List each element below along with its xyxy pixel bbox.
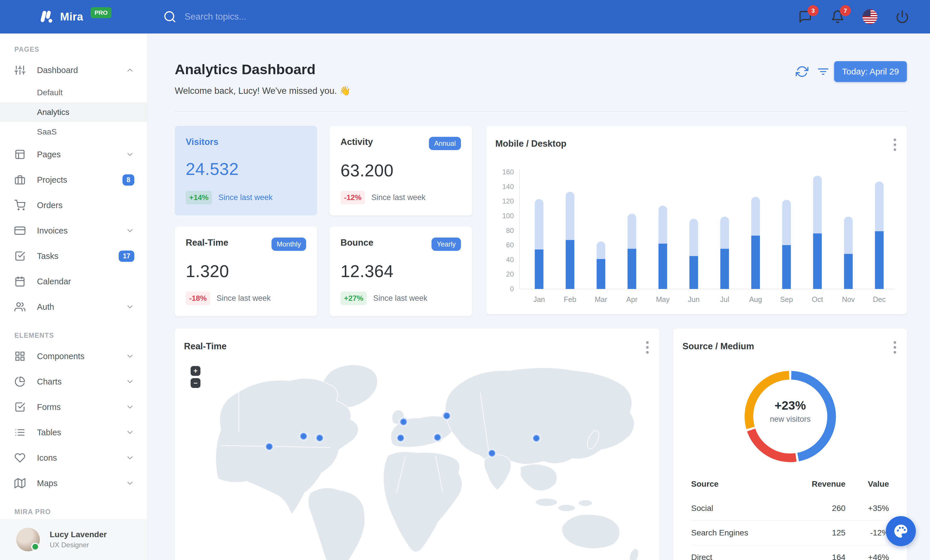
sidebar-item-maps[interactable]: Maps xyxy=(0,471,147,496)
user-role: UX Designer xyxy=(50,541,107,549)
chev-down-icon xyxy=(126,428,134,437)
chevron-down-icon xyxy=(126,428,134,437)
sidebar-item-auth[interactable]: Auth xyxy=(0,294,147,319)
sidebar-subitem-default[interactable]: Default xyxy=(0,83,147,103)
logout-button[interactable] xyxy=(895,9,910,24)
sidebar-item-label: Calendar xyxy=(37,277,134,286)
sidebar-item-invoices[interactable]: Invoices xyxy=(0,218,147,243)
stat-period-badge: Monthly xyxy=(271,238,306,251)
cell-revenue: 164 xyxy=(782,545,845,560)
svg-text:Feb: Feb xyxy=(564,295,576,304)
sidebar-item-icons[interactable]: Icons xyxy=(0,445,147,471)
sidebar-item-tables[interactable]: Tables xyxy=(0,420,147,445)
svg-text:160: 160 xyxy=(502,168,514,176)
svg-text:140: 140 xyxy=(502,183,514,190)
credit-card-icon xyxy=(14,225,25,236)
sidebar-item-orders[interactable]: Orders xyxy=(0,193,147,218)
map-zoom-in-button[interactable]: + xyxy=(191,366,200,376)
source-table: Source Revenue Value Social 260 +35%Sear… xyxy=(691,474,889,560)
language-flag-button[interactable] xyxy=(862,9,878,24)
stat-trend-chip: +14% xyxy=(186,191,212,204)
messages-button[interactable]: 3 xyxy=(798,9,813,24)
svg-text:Mar: Mar xyxy=(595,295,607,304)
sidebar-item-label: Forms xyxy=(37,402,126,412)
notifications-button[interactable]: 7 xyxy=(830,9,845,24)
cell-revenue: 125 xyxy=(782,521,845,545)
svg-text:0: 0 xyxy=(510,285,514,293)
sidebar-item-forms[interactable]: Forms xyxy=(0,394,147,420)
stat-card-real-time: Real-Time Monthly 1.320 -18% Since last … xyxy=(175,227,317,316)
list-icon xyxy=(14,427,25,438)
palette-icon xyxy=(893,523,908,539)
source-menu-button[interactable] xyxy=(894,341,896,356)
power-icon xyxy=(895,10,909,24)
pro-badge: PRO xyxy=(91,7,111,18)
theme-settings-fab[interactable] xyxy=(886,516,916,546)
map-zoom-out-button[interactable]: − xyxy=(191,378,200,388)
check-square-icon xyxy=(14,250,25,262)
svg-text:Jan: Jan xyxy=(533,295,545,304)
date-range-button[interactable]: Today: April 29 xyxy=(834,61,907,82)
sidebar-section-label: ELEMENTS xyxy=(0,319,147,344)
sidebar-subitem-saas[interactable]: SaaS xyxy=(0,122,147,142)
cell-value: -12% xyxy=(845,521,889,545)
list-icon xyxy=(14,427,25,438)
chevron-down-icon xyxy=(126,302,134,311)
cell-revenue: 260 xyxy=(782,496,845,521)
chev-up-icon xyxy=(126,66,134,74)
svg-text:Oct: Oct xyxy=(812,295,823,304)
stat-value: 12.364 xyxy=(340,262,461,281)
col-revenue: Revenue xyxy=(782,474,845,496)
map-menu-button[interactable] xyxy=(646,341,649,356)
sidebar-subitem-analytics[interactable]: Analytics xyxy=(0,103,147,122)
chart-title: Mobile / Desktop xyxy=(495,138,567,149)
source-medium-card: Source / Medium +23% new visitors Source… xyxy=(673,328,907,560)
heart-icon xyxy=(14,452,25,463)
chart-menu-button[interactable] xyxy=(894,138,896,153)
sidebar-item-calendar[interactable]: Calendar xyxy=(0,269,147,294)
sidebar-item-charts[interactable]: Charts xyxy=(0,369,147,394)
sidebar-item-label: Tables xyxy=(37,428,126,437)
sidebar-item-dashboard[interactable]: Dashboard xyxy=(0,57,147,83)
top-navbar: Mira PRO 3 7 xyxy=(0,0,930,34)
svg-text:60: 60 xyxy=(506,241,514,249)
sidebar-item-label: Dashboard xyxy=(37,66,126,75)
map-icon xyxy=(14,478,25,489)
svg-text:40: 40 xyxy=(506,256,514,264)
sidebar-item-tasks[interactable]: Tasks17 xyxy=(0,243,147,269)
check-square-icon xyxy=(14,250,25,262)
table-row: Direct 164 +46% xyxy=(691,545,889,560)
stat-card-visitors: Visitors 24.532 +14% Since last week xyxy=(175,126,317,215)
search-input[interactable] xyxy=(185,12,358,22)
stat-trend-chip: +27% xyxy=(340,292,367,305)
chevron-down-icon xyxy=(126,226,134,235)
sidebar-user-profile[interactable]: Lucy Lavender UX Designer xyxy=(0,519,147,560)
mira-logo-icon xyxy=(37,9,53,24)
chev-down-icon xyxy=(126,150,134,159)
svg-text:80: 80 xyxy=(506,227,514,235)
filter-button[interactable] xyxy=(817,65,830,78)
cell-source: Direct xyxy=(691,545,782,560)
stat-note: Since last week xyxy=(219,193,273,202)
sidebar-badge: 17 xyxy=(119,250,134,262)
credit-card-icon xyxy=(14,225,25,236)
sidebar-item-projects[interactable]: Projects8 xyxy=(0,167,147,193)
donut-center-label: +23% new visitors xyxy=(738,399,842,424)
sidebar-item-components[interactable]: Components xyxy=(0,344,147,369)
sidebar-item-pages[interactable]: Pages xyxy=(0,142,147,167)
cell-value: +35% xyxy=(845,496,889,521)
check-square-icon xyxy=(14,402,25,413)
sidebar-subitem-label: Default xyxy=(37,88,63,97)
sidebar-item-label: Maps xyxy=(37,479,126,488)
users-icon xyxy=(14,301,25,312)
app-screen: Mira PRO 3 7 PAGES DashboardDefaultAnaly… xyxy=(0,0,930,560)
stat-card-activity: Activity Annual 63.200 -12% Since last w… xyxy=(330,126,472,215)
stat-trend-chip: -12% xyxy=(340,191,365,204)
brand-name: Mira xyxy=(60,11,83,23)
chevron-down-icon xyxy=(126,454,134,462)
sidebar: PAGES DashboardDefaultAnalyticsSaaS Page… xyxy=(0,34,147,560)
svg-text:20: 20 xyxy=(506,270,514,278)
svg-text:Nov: Nov xyxy=(842,295,855,304)
brand[interactable]: Mira PRO xyxy=(0,9,147,24)
refresh-button[interactable] xyxy=(796,65,808,78)
